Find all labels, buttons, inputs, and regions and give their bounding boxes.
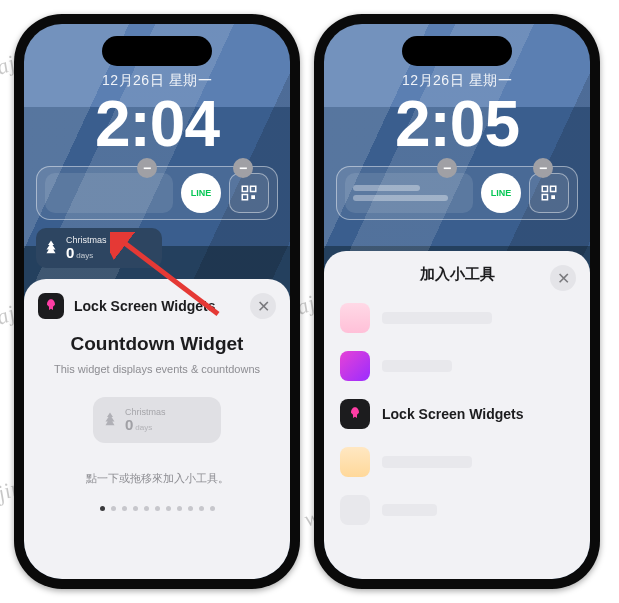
dynamic-island xyxy=(402,36,512,66)
preview-value: 0 xyxy=(125,417,133,432)
svg-rect-8 xyxy=(551,195,555,199)
svg-rect-0 xyxy=(242,186,247,191)
page-dot xyxy=(155,506,160,511)
christmas-tree-icon xyxy=(101,411,119,429)
lock-screen-time[interactable]: 2:04 xyxy=(24,92,290,156)
christmas-tree-icon xyxy=(42,239,60,257)
widget-strip[interactable]: − − LINE xyxy=(336,166,578,220)
sheet-title: 加入小工具 xyxy=(420,265,495,284)
list-item[interactable] xyxy=(338,342,576,390)
list-item-lock-screen-widgets[interactable]: Lock Screen Widgets xyxy=(338,390,576,438)
page-dot xyxy=(133,506,138,511)
close-button[interactable]: ✕ xyxy=(250,293,276,319)
app-icon-blurred xyxy=(340,303,370,333)
svg-rect-6 xyxy=(551,186,556,191)
page-dot xyxy=(100,506,105,511)
blurred-label xyxy=(382,456,472,468)
widget-qr-scanner[interactable] xyxy=(229,173,269,213)
page-dot xyxy=(144,506,149,511)
page-dot xyxy=(122,506,127,511)
svg-rect-5 xyxy=(542,186,547,191)
widget-line[interactable]: LINE xyxy=(481,173,521,213)
widget-detail-sheet: Lock Screen Widgets ✕ Countdown Widget T… xyxy=(24,279,290,579)
svg-rect-1 xyxy=(251,186,256,191)
close-icon: ✕ xyxy=(257,297,270,316)
countdown-event-label: Christmas xyxy=(66,236,107,245)
lock-screen-left: 12月26日 星期一 2:04 − − LINE Christmas 0 day… xyxy=(24,24,290,579)
list-item-label: Lock Screen Widgets xyxy=(382,406,523,422)
page-dot xyxy=(111,506,116,511)
svg-rect-7 xyxy=(542,195,547,200)
blurred-label xyxy=(382,360,452,372)
rocket-icon xyxy=(43,298,59,314)
list-item[interactable] xyxy=(338,438,576,486)
blurred-label xyxy=(382,312,492,324)
remove-widget-button[interactable]: − xyxy=(137,158,157,178)
widget-slot-generic[interactable] xyxy=(345,173,473,213)
app-icon-blurred xyxy=(340,495,370,525)
page-dot xyxy=(210,506,215,511)
page-dot xyxy=(177,506,182,511)
iphone-frame-right: 12月26日 星期一 2:05 − − LINE 加入小工具 xyxy=(314,14,600,589)
widget-line[interactable]: LINE xyxy=(181,173,221,213)
app-name-label: Lock Screen Widgets xyxy=(74,298,215,314)
countdown-value: 0 xyxy=(66,245,74,260)
close-icon: ✕ xyxy=(557,269,570,288)
list-item[interactable] xyxy=(338,486,576,534)
widget-source-list: Lock Screen Widgets xyxy=(338,294,576,534)
widget-slot-empty[interactable] xyxy=(45,173,173,213)
iphone-frame-left: 12月26日 星期一 2:04 − − LINE Christmas 0 day… xyxy=(14,14,300,589)
svg-rect-3 xyxy=(251,195,255,199)
countdown-unit: days xyxy=(76,252,93,260)
remove-widget-button[interactable]: − xyxy=(437,158,457,178)
qr-icon xyxy=(240,184,258,202)
lock-screen-right: 12月26日 星期一 2:05 − − LINE 加入小工具 xyxy=(324,24,590,579)
app-icon-blurred xyxy=(340,447,370,477)
drag-hint: 點一下或拖移來加入小工具。 xyxy=(38,471,276,486)
preview-event-label: Christmas xyxy=(125,408,166,417)
rocket-icon xyxy=(347,406,363,422)
remove-widget-button[interactable]: − xyxy=(533,158,553,178)
add-widget-sheet: 加入小工具 ✕ xyxy=(324,251,590,579)
countdown-widget-placed[interactable]: Christmas 0 days xyxy=(36,228,162,268)
close-button[interactable]: ✕ xyxy=(550,265,576,291)
app-icon xyxy=(38,293,64,319)
widget-strip[interactable]: − − LINE xyxy=(36,166,278,220)
blurred-label xyxy=(382,504,437,516)
app-icon-blurred xyxy=(340,351,370,381)
list-item[interactable] xyxy=(338,294,576,342)
widget-preview[interactable]: Christmas 0 days xyxy=(93,397,221,443)
app-icon xyxy=(340,399,370,429)
widget-qr-scanner[interactable] xyxy=(529,173,569,213)
page-indicator[interactable] xyxy=(38,506,276,511)
page-dot xyxy=(199,506,204,511)
qr-icon xyxy=(540,184,558,202)
widget-subtitle: This widget displays events & countdowns xyxy=(38,363,276,375)
page-dot xyxy=(166,506,171,511)
dynamic-island xyxy=(102,36,212,66)
lock-screen-time[interactable]: 2:05 xyxy=(324,92,590,156)
page-dot xyxy=(188,506,193,511)
preview-unit: days xyxy=(135,424,152,432)
svg-rect-2 xyxy=(242,195,247,200)
widget-title: Countdown Widget xyxy=(38,333,276,355)
remove-widget-button[interactable]: − xyxy=(233,158,253,178)
